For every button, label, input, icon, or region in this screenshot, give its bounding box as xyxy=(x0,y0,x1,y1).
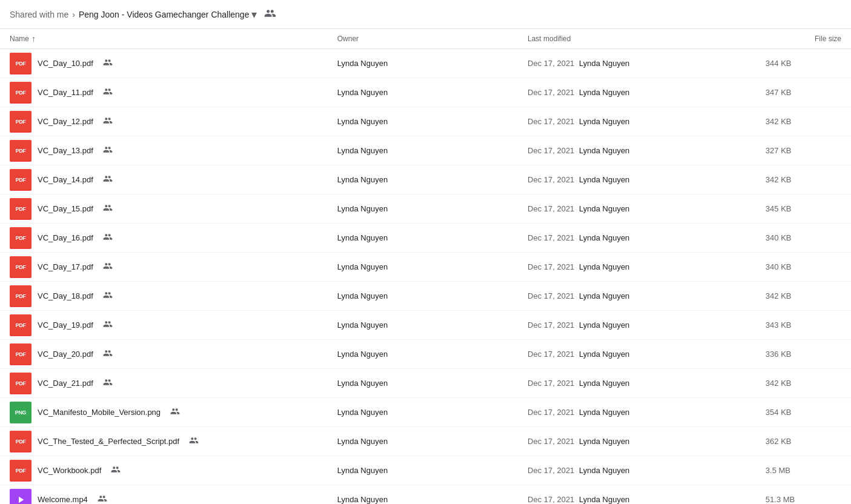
table-row[interactable]: PDF VC_Day_20.pdf Lynda Nguyen Dec 17, 2… xyxy=(0,340,851,369)
filesize-column-header[interactable]: File size xyxy=(756,29,851,49)
modified-date: Dec 17, 2021 xyxy=(528,262,574,271)
owner-cell: Lynda Nguyen xyxy=(328,224,518,253)
modifier-name: Lynda Nguyen xyxy=(579,262,629,271)
table-row[interactable]: PNG VC_Manifesto_Mobile_Version.png Lynd… xyxy=(0,398,851,427)
owner-cell: Lynda Nguyen xyxy=(328,427,518,456)
modifier-name: Lynda Nguyen xyxy=(579,437,629,446)
file-name-cell[interactable]: PDF VC_Day_20.pdf xyxy=(0,340,328,369)
modified-cell: Dec 17, 2021 Lynda Nguyen xyxy=(518,194,756,224)
owner-cell: Lynda Nguyen xyxy=(328,456,518,485)
file-type-icon: PDF xyxy=(10,343,31,365)
modified-cell: Dec 17, 2021 Lynda Nguyen xyxy=(518,107,756,136)
file-size: 342 KB xyxy=(766,379,792,388)
owner-column-header[interactable]: Owner xyxy=(328,29,518,49)
table-row[interactable]: PDF VC_Day_16.pdf Lynda Nguyen Dec 17, 2… xyxy=(0,224,851,253)
file-name-cell[interactable]: PDF VC_Day_13.pdf xyxy=(0,136,328,165)
file-name: VC_Day_21.pdf xyxy=(38,379,93,388)
file-name-cell[interactable]: PDF VC_The_Tested_&_Perfected_Script.pdf xyxy=(0,427,328,456)
modifier-name: Lynda Nguyen xyxy=(579,350,629,359)
file-name-cell[interactable]: PDF VC_Day_14.pdf xyxy=(0,165,328,194)
breadcrumb-root[interactable]: Shared with me xyxy=(10,10,68,19)
file-type-icon: PDF xyxy=(10,314,31,336)
table-row[interactable]: PDF VC_Day_12.pdf Lynda Nguyen Dec 17, 2… xyxy=(0,107,851,136)
owner-cell: Lynda Nguyen xyxy=(328,253,518,282)
table-row[interactable]: PDF VC_Day_14.pdf Lynda Nguyen Dec 17, 2… xyxy=(0,165,851,194)
modified-date: Dec 17, 2021 xyxy=(528,146,574,155)
table-row[interactable]: PDF VC_Day_18.pdf Lynda Nguyen Dec 17, 2… xyxy=(0,282,851,311)
table-row[interactable]: PDF VC_Day_11.pdf Lynda Nguyen Dec 17, 2… xyxy=(0,78,851,107)
table-row[interactable]: PDF VC_Day_13.pdf Lynda Nguyen Dec 17, 2… xyxy=(0,136,851,165)
modifier-name: Lynda Nguyen xyxy=(579,495,629,504)
filesize-cell: 336 KB xyxy=(756,340,851,369)
owner-cell: Lynda Nguyen xyxy=(328,398,518,427)
table-row[interactable]: PDF VC_Day_10.pdf Lynda Nguyen Dec 17, 2… xyxy=(0,49,851,78)
file-type-icon: PDF xyxy=(10,256,31,278)
file-size: 362 KB xyxy=(766,437,792,446)
file-name-cell[interactable]: PNG VC_Manifesto_Mobile_Version.png xyxy=(0,398,328,427)
modified-cell: Dec 17, 2021 Lynda Nguyen xyxy=(518,398,756,427)
pdf-icon-label: PDF xyxy=(15,148,25,154)
owner-name: Lynda Nguyen xyxy=(337,350,388,359)
modified-cell: Dec 17, 2021 Lynda Nguyen xyxy=(518,427,756,456)
file-name-cell[interactable]: PDF VC_Day_15.pdf xyxy=(0,194,328,224)
owner-name: Lynda Nguyen xyxy=(337,204,388,213)
file-type-icon: PDF xyxy=(10,373,31,394)
filesize-cell: 327 KB xyxy=(756,136,851,165)
filesize-cell: 345 KB xyxy=(756,194,851,224)
shared-icon xyxy=(103,58,113,70)
file-name-cell[interactable]: PDF VC_Day_21.pdf xyxy=(0,369,328,398)
modifier-name: Lynda Nguyen xyxy=(579,204,629,213)
owner-cell: Lynda Nguyen xyxy=(328,107,518,136)
file-name-cell[interactable]: Welcome.mp4 xyxy=(0,485,328,505)
file-name-cell[interactable]: PDF VC_Day_17.pdf xyxy=(0,253,328,282)
owner-name: Lynda Nguyen xyxy=(337,146,388,155)
modified-cell: Dec 17, 2021 Lynda Nguyen xyxy=(518,282,756,311)
table-row[interactable]: PDF VC_Day_21.pdf Lynda Nguyen Dec 17, 2… xyxy=(0,369,851,398)
file-name-cell[interactable]: PDF VC_Day_18.pdf xyxy=(0,282,328,311)
table-row[interactable]: PDF VC_The_Tested_&_Perfected_Script.pdf… xyxy=(0,427,851,456)
file-name-cell[interactable]: PDF VC_Workbook.pdf xyxy=(0,456,328,485)
file-name: VC_Day_11.pdf xyxy=(38,88,93,97)
table-row[interactable]: PDF VC_Day_17.pdf Lynda Nguyen Dec 17, 2… xyxy=(0,253,851,282)
modified-cell: Dec 17, 2021 Lynda Nguyen xyxy=(518,369,756,398)
table-row[interactable]: PDF VC_Day_15.pdf Lynda Nguyen Dec 17, 2… xyxy=(0,194,851,224)
modified-date: Dec 17, 2021 xyxy=(528,59,574,68)
modified-date: Dec 17, 2021 xyxy=(528,466,574,475)
file-name: VC_Workbook.pdf xyxy=(38,466,101,475)
file-name-cell[interactable]: PDF VC_Day_11.pdf xyxy=(0,78,328,107)
file-size: 342 KB xyxy=(766,291,792,300)
owner-name: Lynda Nguyen xyxy=(337,408,388,417)
file-type-icon: PDF xyxy=(10,227,31,249)
file-name-cell[interactable]: PDF VC_Day_16.pdf xyxy=(0,224,328,253)
table-row[interactable]: PDF VC_Workbook.pdf Lynda Nguyen Dec 17,… xyxy=(0,456,851,485)
table-row[interactable]: PDF VC_Day_19.pdf Lynda Nguyen Dec 17, 2… xyxy=(0,311,851,340)
sort-asc-icon[interactable]: ↑ xyxy=(31,34,36,44)
pdf-icon-label: PDF xyxy=(15,206,25,212)
table-row[interactable]: Welcome.mp4 Lynda Nguyen Dec 17, 2021 Ly… xyxy=(0,485,851,505)
owner-cell: Lynda Nguyen xyxy=(328,282,518,311)
breadcrumb-folder-name[interactable]: Peng Joon - Videos Gamechanger Challenge xyxy=(79,10,249,19)
file-name-cell[interactable]: PDF VC_Day_10.pdf xyxy=(0,49,328,78)
owner-cell: Lynda Nguyen xyxy=(328,49,518,78)
file-name: VC_Day_13.pdf xyxy=(38,146,93,155)
modified-column-header[interactable]: Last modified xyxy=(518,29,756,49)
modified-cell: Dec 17, 2021 Lynda Nguyen xyxy=(518,136,756,165)
file-name-cell[interactable]: PDF VC_Day_19.pdf xyxy=(0,311,328,340)
modified-date: Dec 17, 2021 xyxy=(528,350,574,359)
modified-date: Dec 17, 2021 xyxy=(528,320,574,330)
chevron-down-icon[interactable]: ▾ xyxy=(251,8,257,21)
modified-cell: Dec 17, 2021 Lynda Nguyen xyxy=(518,253,756,282)
filesize-cell: 342 KB xyxy=(756,282,851,311)
modifier-name: Lynda Nguyen xyxy=(579,117,629,126)
file-name-cell[interactable]: PDF VC_Day_12.pdf xyxy=(0,107,328,136)
file-size: 342 KB xyxy=(766,175,792,184)
file-name: VC_Day_14.pdf xyxy=(38,175,93,184)
pdf-icon-label: PDF xyxy=(15,177,25,183)
filesize-cell: 3.5 MB xyxy=(756,456,851,485)
filesize-cell: 347 KB xyxy=(756,78,851,107)
modifier-name: Lynda Nguyen xyxy=(579,320,629,330)
modified-date: Dec 17, 2021 xyxy=(528,233,574,242)
owner-name: Lynda Nguyen xyxy=(337,262,388,271)
name-column-header[interactable]: Name ↑ xyxy=(0,29,328,49)
shared-people-icon[interactable] xyxy=(264,7,276,21)
